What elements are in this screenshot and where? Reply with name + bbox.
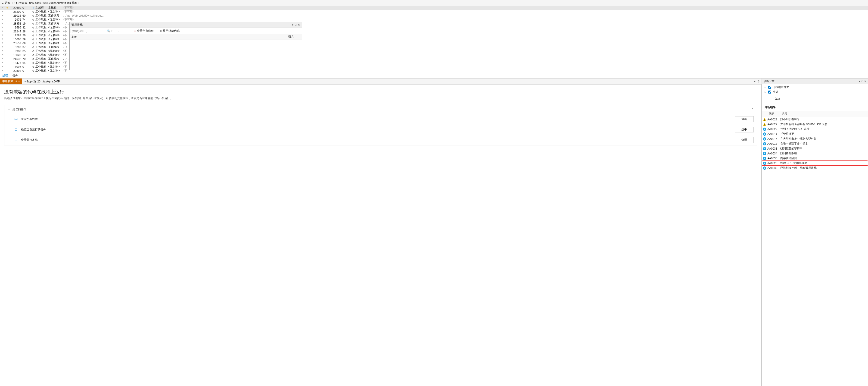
thread-category: 工作线程 (35, 37, 48, 41)
flag-icon[interactable]: ⚑ (1, 14, 3, 17)
process-header[interactable]: ▴ 进程 ID: f32dfc3a-80d5-43b0-8081-24cb5e0… (0, 0, 868, 6)
tab-dmp-file[interactable]: w3wp (2)_20…taskgmr.DMP (22, 79, 62, 84)
suggest-action-button[interactable]: 查看 (735, 116, 754, 122)
diag-result-row[interactable]: AA0029 并非所有符号都具有 Source Link 信息 (762, 122, 868, 127)
thread-name: <无名称> (48, 10, 61, 14)
callstack-search[interactable]: 🔍 ▾ (70, 29, 112, 33)
diag-result-row[interactable]: AA0014 托管堆摘要 (762, 131, 868, 137)
expand-caret-icon[interactable]: ⌄ (63, 46, 65, 49)
stack-icon: ☷ (14, 139, 18, 142)
flag-icon[interactable]: ⚑ (1, 22, 3, 25)
thread-category: 工作线程 (35, 10, 48, 14)
flag-icon[interactable]: ⚑ (1, 26, 3, 29)
diag-opt-2[interactable]: ▷ 常规 (765, 90, 865, 94)
tab-threads[interactable]: 线程 (0, 73, 10, 78)
thread-id: 26016 (9, 14, 22, 18)
gear-icon (32, 30, 34, 33)
pin-icon[interactable]: ⇲ (15, 80, 17, 83)
flag-icon[interactable]: ⚑ (1, 34, 3, 37)
gear-icon (32, 65, 34, 68)
diagnostic-titlebar[interactable]: 诊断分析 ▾ □ ✕ (762, 79, 868, 84)
diag-result-row[interactable]: AA0034 找到稀疏数组 (762, 151, 868, 156)
callstack-toolbar: 🔍 ▾ ← → ☰ 查看所有线程 ⎘ 显示外部代码 (70, 28, 302, 34)
tab-tasks[interactable]: 任务 (10, 73, 20, 78)
search-dropdown-icon[interactable]: ▾ (111, 30, 113, 32)
callstack-body (70, 40, 302, 70)
flag-icon[interactable]: ⚑ (1, 10, 3, 13)
thread-row[interactable]: ⚑ 9976 74 工作线程 <无名称> <不可用> (0, 18, 868, 22)
suggested-actions-header[interactable]: ▭ 建议的操作 ⌃ (4, 105, 757, 114)
diag-result-row[interactable]: AA0020 线程 CPU 使用率摘要 (762, 161, 868, 166)
window-close-icon[interactable]: ✕ (298, 23, 300, 26)
thread-row[interactable]: ⚑ 28200 0 工作线程 <无名称> <不可用> (0, 10, 868, 14)
panel-close-icon[interactable]: ✕ (864, 80, 866, 83)
diag-opt-2-checkbox[interactable] (768, 91, 771, 93)
diag-result-row[interactable]: AA0013 在堆中发现了多个异常 (762, 141, 868, 146)
thread-name: 工作线程 (48, 14, 61, 18)
info-icon (763, 142, 766, 145)
thread-managed-id: 35 (22, 50, 31, 53)
expand-caret-icon[interactable]: ⌄ (63, 58, 65, 60)
flag-icon[interactable]: ⚑ (1, 38, 3, 41)
thread-id: 28200 (9, 10, 22, 13)
diag-results-table: 代码 结果 AA0028 找不到所有符号 AA0029 并非所有符号都具有 So… (762, 111, 868, 386)
diag-col-result[interactable]: 结果 (780, 111, 868, 117)
diag-result-row[interactable]: AA0030 内存转储摘要 (762, 156, 868, 161)
thread-id: 5296 (9, 46, 22, 49)
thread-location: ⌄App_Web_2xld50vm.dll!orde… (61, 14, 868, 18)
expand-caret-icon[interactable]: ⌄ (63, 23, 65, 25)
thread-managed-id: 60 (22, 14, 31, 18)
diag-result-row[interactable]: AA0028 找不到所有符号 (762, 117, 868, 122)
flag-icon[interactable]: ⚑ (1, 42, 3, 45)
thread-id: 29680 (9, 6, 22, 9)
window-maximize-icon[interactable]: □ (295, 23, 297, 26)
thread-location: <不可用> (61, 10, 868, 14)
flag-icon[interactable]: ⚑ (1, 65, 3, 68)
diag-result-text: 线程 CPU 使用率摘要 (780, 161, 868, 165)
close-icon[interactable]: ✕ (18, 80, 20, 83)
window-dropdown-icon[interactable]: ▾ (292, 23, 293, 26)
callstack-search-input[interactable] (72, 29, 107, 33)
callstack-col-name[interactable]: 名称 (71, 35, 288, 39)
callstack-titlebar[interactable]: 调用堆栈 ▾ □ ✕ (70, 22, 302, 28)
diag-opt-1[interactable]: ▷ 进程响应能力 (765, 85, 865, 90)
flag-icon[interactable]: ⚑ (1, 57, 3, 60)
diag-col-code[interactable]: 代码 (767, 111, 780, 117)
flag-icon[interactable]: ⚑ (1, 18, 3, 21)
diag-result-text: 在堆中发现了多个异常 (780, 142, 868, 146)
tab-break-mode[interactable]: 中断模式 ⇲ ✕ (0, 79, 22, 84)
expand-caret-icon[interactable]: ⌄ (63, 14, 65, 17)
flag-icon[interactable]: ⚑ (1, 50, 3, 53)
flag-icon[interactable]: ⚑ (1, 69, 3, 72)
suggest-action-button[interactable]: 选中 (735, 127, 754, 132)
suggest-action-button[interactable]: 查看 (735, 137, 754, 143)
show-external-code-button[interactable]: ⎘ 显示外部代码 (159, 28, 181, 33)
flag-icon[interactable]: ⚑ (1, 30, 3, 33)
gear-icon (32, 38, 34, 41)
flag-icon[interactable]: ⚑ (1, 61, 3, 64)
flag-icon[interactable]: ⚑ (1, 54, 3, 57)
panel-dropdown-icon[interactable]: ▾ (859, 80, 860, 83)
diag-opt-1-checkbox[interactable] (768, 86, 771, 89)
nav-forward-button[interactable]: → (123, 29, 128, 33)
doc-settings-icon[interactable]: ✲ (757, 80, 760, 83)
chevron-up-icon: ⌃ (751, 108, 754, 111)
diag-result-row[interactable]: AA0016 在大型对象堆中找到大型对象 (762, 137, 868, 141)
diag-result-row[interactable]: AA0033 找到重复的字符串 (762, 146, 868, 151)
analyze-button[interactable]: 分析 (770, 96, 785, 102)
nav-back-button[interactable]: ← (116, 29, 122, 33)
diag-result-row[interactable]: AA0032 已找到 6 个唯一线程调用堆栈 (762, 166, 868, 171)
doc-dropdown-icon[interactable]: ▾ (754, 80, 755, 83)
thread-row[interactable]: ⚑ ⇨ 29680 0 主线程 主线程 <不可用> (0, 6, 868, 10)
thread-managed-id: 64 (22, 61, 31, 65)
thread-row[interactable]: ⚑ 26016 60 工作线程 工作线程 ⌄App_Web_2xld50vm.d… (0, 14, 868, 18)
callstack-col-lang[interactable]: 语言 (288, 35, 300, 39)
diag-result-row[interactable]: AA0022 找到了活动的 SQL 连接 (762, 127, 868, 131)
search-icon[interactable]: 🔍 (107, 29, 111, 33)
info-icon (763, 127, 766, 131)
panel-pin-icon[interactable]: □ (862, 80, 863, 83)
flag-icon[interactable]: ⚑ (1, 6, 3, 9)
view-all-threads-button[interactable]: ☰ 查看所有线程 (132, 28, 155, 33)
gear-icon (32, 54, 34, 57)
flag-icon[interactable]: ⚑ (1, 46, 3, 49)
